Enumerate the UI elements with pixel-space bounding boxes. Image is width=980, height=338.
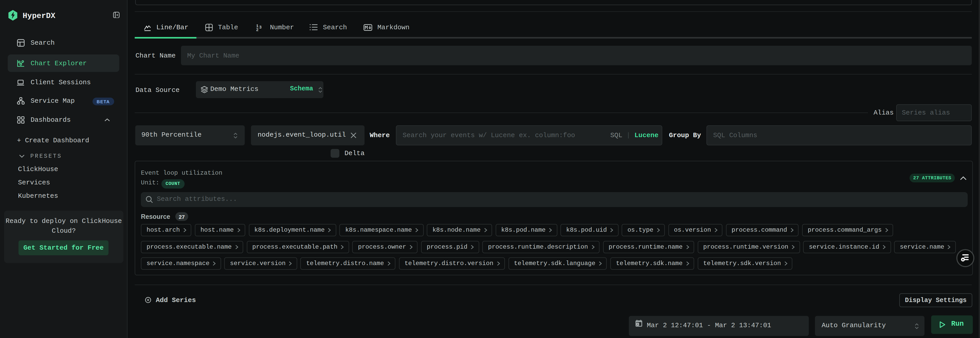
svg-text:3: 3 bbox=[259, 25, 262, 30]
svg-text:2: 2 bbox=[256, 27, 259, 31]
